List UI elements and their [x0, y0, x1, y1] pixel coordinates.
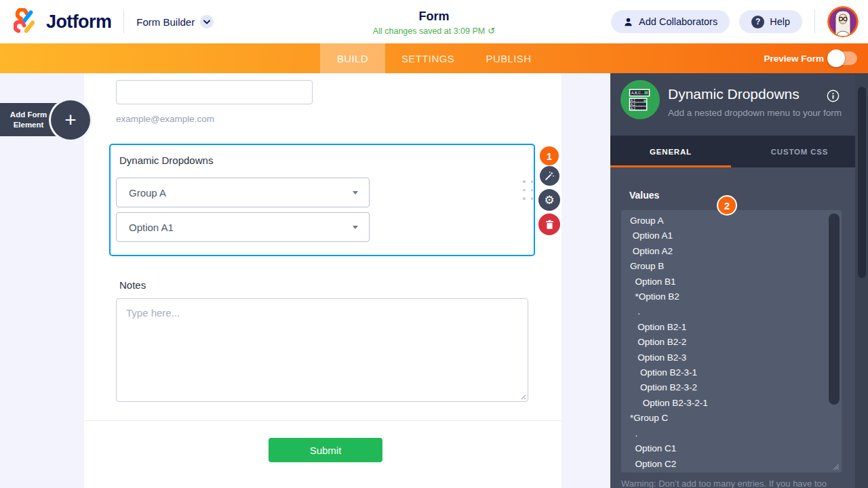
- main-navbar: BUILD SETTINGS PUBLISH Preview Form: [0, 43, 868, 73]
- notes-field: [116, 298, 528, 402]
- trash-button[interactable]: [538, 214, 560, 235]
- dropdown-option-value: Option A1: [129, 222, 174, 233]
- values-count-badge[interactable]: 2: [717, 195, 737, 216]
- notes-textarea[interactable]: [116, 298, 528, 402]
- plus-icon[interactable]: +: [51, 100, 90, 140]
- dropdown-group[interactable]: Group A: [116, 178, 370, 207]
- gear-icon: ⚙: [544, 193, 554, 207]
- nav-tabs: BUILD SETTINGS PUBLISH: [320, 43, 547, 73]
- avatar-image: [827, 6, 859, 37]
- chevron-down-icon: [353, 226, 358, 229]
- values-label: Values: [629, 190, 659, 201]
- info-icon[interactable]: [827, 89, 840, 102]
- person-icon: [623, 17, 633, 27]
- panel-header: A,B,C… A.1 A.2 A.3 Dynamic Dropdowns Add…: [610, 73, 868, 136]
- field-label: Dynamic Dropdowns: [119, 155, 213, 166]
- dynamic-dropdowns-widget-icon: A,B,C… A.1 A.2 A.3: [620, 80, 660, 119]
- question-icon: ?: [751, 16, 764, 28]
- svg-text:A.1: A.1: [631, 99, 635, 102]
- values-scrollbar-thumb[interactable]: [829, 214, 840, 405]
- trash-icon: [545, 220, 554, 230]
- values-textarea[interactable]: Group A Option A1 Option A2 Group B Opti…: [621, 210, 842, 472]
- panel-scrollbar-track[interactable]: [855, 73, 868, 488]
- preview-form-toggle[interactable]: [830, 52, 857, 65]
- preview-form-label: Preview Form: [764, 54, 824, 64]
- email-helper-text: example@example.com: [116, 114, 214, 124]
- panel-tabs: GENERAL CUSTOM CSS: [610, 136, 868, 167]
- header-divider: [123, 10, 124, 33]
- tab-build[interactable]: BUILD: [320, 43, 385, 73]
- wand-button[interactable]: [540, 166, 559, 186]
- jotform-logo[interactable]: Jotform: [14, 8, 111, 35]
- svg-text:A.3: A.3: [631, 107, 635, 110]
- field-count-badge[interactable]: 1: [538, 145, 560, 167]
- toggle-knob: [827, 49, 845, 67]
- form-canvas: example@example.com Dynamic Dropdowns Gr…: [84, 73, 561, 488]
- tab-publish[interactable]: PUBLISH: [471, 43, 547, 73]
- panel-scrollbar-thumb[interactable]: [858, 87, 866, 278]
- svg-text:A.2: A.2: [631, 103, 635, 106]
- gear-button[interactable]: ⚙: [538, 189, 560, 211]
- add-collaborators-label: Add Collaborators: [639, 16, 717, 27]
- add-collaborators-button[interactable]: Add Collaborators: [611, 10, 730, 33]
- app-switcher-label: Form Builder: [136, 16, 195, 28]
- app-root: Jotform Form Builder Form All changes sa…: [0, 0, 868, 488]
- dropdown-group-value: Group A: [129, 187, 166, 199]
- properties-panel: A,B,C… A.1 A.2 A.3 Dynamic Dropdowns Add…: [610, 73, 868, 488]
- submit-button[interactable]: Submit: [269, 438, 382, 462]
- email-field[interactable]: [116, 80, 313, 104]
- panel-subtitle: Add a nested dropdown menu to your form: [668, 108, 842, 118]
- values-editor: Group A Option A1 Option A2 Group B Opti…: [621, 210, 842, 472]
- magic-wand-icon: [545, 171, 555, 181]
- notes-label: Notes: [119, 279, 146, 291]
- resize-handle-icon[interactable]: [832, 463, 840, 470]
- app-switcher[interactable]: Form Builder: [136, 15, 214, 28]
- dropdown-option[interactable]: Option A1: [116, 212, 370, 242]
- svg-text:A,B,C…: A,B,C…: [631, 91, 644, 95]
- top-header: Jotform Form Builder Form All changes sa…: [0, 0, 868, 43]
- header-divider: [814, 10, 815, 33]
- chevron-down-icon: [200, 15, 214, 28]
- tab-settings[interactable]: SETTINGS: [385, 43, 471, 73]
- section-divider: [84, 420, 561, 421]
- tab-general[interactable]: GENERAL: [610, 136, 731, 167]
- panel-title: Dynamic Dropdowns: [668, 86, 800, 102]
- tab-custom-css[interactable]: CUSTOM CSS: [731, 136, 868, 167]
- help-label: Help: [770, 16, 790, 27]
- drag-handle[interactable]: [523, 180, 533, 200]
- resize-handle-icon[interactable]: [519, 393, 526, 400]
- help-button[interactable]: ? Help: [739, 10, 802, 33]
- preview-form-control: Preview Form: [764, 43, 857, 73]
- avatar[interactable]: [827, 6, 859, 37]
- values-warning-text: Warning: Don’t add too many entries. If …: [621, 479, 845, 488]
- jotform-logo-icon: [14, 8, 41, 35]
- chevron-down-icon: [353, 191, 358, 195]
- dynamic-dropdowns-field[interactable]: Dynamic Dropdowns Group A Option A1: [109, 144, 535, 256]
- jotform-wordmark: Jotform: [46, 12, 111, 33]
- revert-icon[interactable]: ↺: [488, 26, 495, 36]
